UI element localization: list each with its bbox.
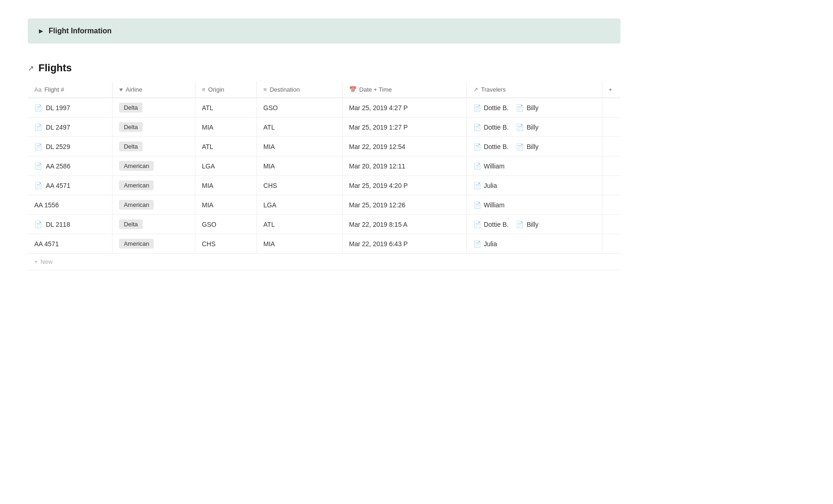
page-wrapper: ▶ Flight Information ↗ Flights Aa Flight… [0, 0, 648, 289]
col-header-datetime[interactable]: 📅 Date + Time [342, 81, 466, 98]
flight-num-value: AA 4571 [34, 240, 59, 248]
aa-icon: Aa [34, 86, 42, 93]
cell-airline: Delta [113, 215, 195, 234]
traveler-item: 📄Billy [516, 124, 539, 131]
cell-airline: American [113, 195, 195, 215]
airline-badge: American [119, 180, 154, 190]
col-header-origin[interactable]: ≡ Origin [195, 81, 257, 98]
traveler-doc-icon: 📄 [473, 124, 481, 131]
traveler-item: 📄Dottie B. [473, 221, 509, 228]
traveler-doc-icon: 📄 [516, 124, 524, 131]
cell-airline: American [113, 156, 195, 176]
traveler-doc-icon: 📄 [473, 221, 481, 228]
cell-flight-num: AA 1556 [28, 195, 113, 215]
calendar-icon: 📅 [349, 86, 357, 93]
cell-airline: American [113, 234, 195, 254]
table-row[interactable]: AA 4571AmericanCHSMIAMar 22, 2019 6:43 P… [28, 234, 620, 254]
doc-icon: 📄 [34, 221, 42, 228]
table-row[interactable]: AA 1556AmericanMIALGAMar 25, 2019 12:26📄… [28, 195, 620, 215]
cell-airline: Delta [113, 98, 195, 118]
flight-num-value: AA 4571 [46, 182, 70, 189]
cell-travelers: 📄William [466, 156, 602, 176]
cell-origin: MIA [195, 195, 257, 215]
cell-datetime: Mar 20, 2019 12:11 [342, 156, 466, 176]
flight-num-value: DL 1997 [46, 104, 70, 112]
new-button[interactable]: +New [34, 258, 614, 265]
airline-badge: Delta [119, 142, 142, 151]
cell-datetime: Mar 22, 2019 12:54 [342, 137, 466, 156]
flight-info-section[interactable]: ▶ Flight Information [28, 19, 620, 44]
col-label-datetime: Date + Time [359, 86, 392, 93]
traveler-name: Dottie B. [484, 124, 509, 131]
cell-add [602, 156, 620, 176]
table-row[interactable]: 📄DL 2529DeltaATLMIAMar 22, 2019 12:54📄Do… [28, 137, 620, 156]
cell-travelers: 📄William [466, 195, 602, 215]
cell-origin: ATL [195, 137, 257, 156]
table-header-row: Aa Flight # ♥ Airline ≡ Origin [28, 81, 620, 98]
cell-flight-num: 📄DL 2118 [28, 215, 113, 234]
cell-add [602, 98, 620, 118]
table-row[interactable]: 📄AA 4571AmericanMIACHSMar 25, 2019 4:20 … [28, 176, 620, 195]
cell-destination: MIA [257, 137, 342, 156]
traveler-name: Dottie B. [484, 143, 509, 150]
cell-datetime: Mar 25, 2019 1:27 P [342, 118, 466, 137]
traveler-doc-icon: 📄 [473, 182, 481, 189]
cell-travelers: 📄Julia [466, 234, 602, 254]
table-row[interactable]: 📄DL 2118DeltaGSOATLMar 22, 2019 8:15 A📄D… [28, 215, 620, 234]
cell-datetime: Mar 22, 2019 6:43 P [342, 234, 466, 254]
cell-origin: MIA [195, 118, 257, 137]
cell-datetime: Mar 25, 2019 12:26 [342, 195, 466, 215]
cell-travelers: 📄Julia [466, 176, 602, 195]
col-header-add[interactable]: + [602, 81, 620, 98]
flight-num-value: DL 2529 [46, 143, 70, 150]
table-row[interactable]: 📄AA 2586AmericanLGAMIAMar 20, 2019 12:11… [28, 156, 620, 176]
table-row[interactable]: 📄DL 1997DeltaATLGSOMar 25, 2019 4:27 P📄D… [28, 98, 620, 118]
cell-add [602, 195, 620, 215]
new-row-cell[interactable]: +New [28, 254, 620, 270]
cell-travelers: 📄Dottie B.📄Billy [466, 215, 602, 234]
cell-datetime: Mar 25, 2019 4:27 P [342, 98, 466, 118]
toggle-icon[interactable]: ▶ [39, 28, 43, 34]
traveler-name: Billy [526, 143, 539, 150]
cell-flight-num: AA 4571 [28, 234, 113, 254]
col-label-flight-num: Flight # [44, 86, 64, 93]
traveler-item: 📄Billy [516, 143, 539, 150]
list-icon-dest: ≡ [263, 86, 267, 93]
add-col-icon[interactable]: + [609, 86, 613, 93]
traveler-doc-icon: 📄 [516, 104, 524, 112]
col-header-travelers[interactable]: ↗ Travelers [466, 81, 602, 98]
col-header-destination[interactable]: ≡ Destination [257, 81, 342, 98]
cell-flight-num: 📄DL 2497 [28, 118, 113, 137]
cell-travelers: 📄Dottie B.📄Billy [466, 118, 602, 137]
flight-num-value: AA 2586 [46, 162, 70, 170]
col-label-airline: Airline [125, 86, 142, 93]
doc-icon: 📄 [34, 182, 42, 189]
traveler-doc-icon: 📄 [473, 240, 481, 248]
cell-datetime: Mar 25, 2019 4:20 P [342, 176, 466, 195]
traveler-doc-icon: 📄 [473, 104, 481, 112]
cell-airline: Delta [113, 118, 195, 137]
traveler-name: Billy [526, 104, 539, 112]
col-header-flight-num[interactable]: Aa Flight # [28, 81, 113, 98]
traveler-item: 📄Billy [516, 104, 539, 112]
traveler-item: 📄William [473, 201, 505, 209]
airline-badge: Delta [119, 122, 142, 132]
flight-num-value: DL 2497 [46, 124, 70, 131]
traveler-doc-icon: 📄 [516, 143, 524, 150]
traveler-name: William [484, 201, 505, 209]
col-header-airline[interactable]: ♥ Airline [113, 81, 195, 98]
cell-flight-num: 📄DL 1997 [28, 98, 113, 118]
traveler-name: Dottie B. [484, 104, 509, 112]
airline-badge: Delta [119, 103, 142, 112]
list-icon-origin: ≡ [202, 86, 206, 93]
new-row[interactable]: +New [28, 254, 620, 270]
cell-destination: GSO [257, 98, 342, 118]
table-row[interactable]: 📄DL 2497DeltaMIAATLMar 25, 2019 1:27 P📄D… [28, 118, 620, 137]
airline-badge: American [119, 161, 154, 171]
traveler-name: Julia [484, 240, 497, 248]
plus-icon: + [34, 258, 38, 265]
external-link-icon[interactable]: ↗ [28, 64, 34, 73]
cell-destination: MIA [257, 234, 342, 254]
traveler-item: 📄Dottie B. [473, 143, 509, 150]
traveler-item: 📄Julia [473, 240, 497, 248]
